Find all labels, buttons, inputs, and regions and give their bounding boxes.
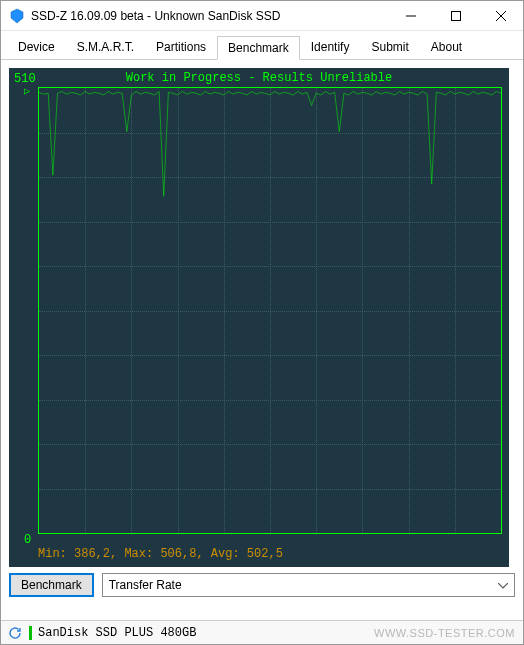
chart-title: Work in Progress - Results Unreliable [10, 69, 508, 87]
tab-bar: Device S.M.A.R.T. Partitions Benchmark I… [1, 31, 523, 59]
metric-select-value: Transfer Rate [109, 578, 182, 592]
benchmark-panel: Work in Progress - Results Unreliable 51… [1, 59, 523, 605]
tab-about[interactable]: About [420, 35, 473, 59]
refresh-icon[interactable] [7, 625, 23, 641]
tab-identify[interactable]: Identify [300, 35, 361, 59]
metric-select[interactable]: Transfer Rate [102, 573, 515, 597]
chevron-down-icon [498, 578, 508, 592]
tab-benchmark[interactable]: Benchmark [217, 36, 300, 60]
status-device-name: SanDisk SSD PLUS 480GB [38, 626, 196, 640]
minimize-button[interactable] [388, 1, 433, 30]
chart-line-svg [39, 88, 501, 533]
titlebar: SSD-Z 16.09.09 beta - Unknown SanDisk SS… [1, 1, 523, 31]
chart-y-top-label: 510 [14, 72, 36, 86]
app-icon [9, 8, 25, 24]
chart-plot-area [38, 87, 502, 534]
svg-rect-0 [451, 11, 460, 20]
window-controls [388, 1, 523, 30]
status-divider [29, 626, 32, 640]
benchmark-controls: Benchmark Transfer Rate [9, 573, 515, 597]
watermark-text: WWW.SSD-TESTER.COM [374, 627, 515, 639]
play-marker-icon: ▷ [24, 85, 30, 97]
tab-partitions[interactable]: Partitions [145, 35, 217, 59]
chart-x-end-label: 0 [24, 533, 31, 547]
close-button[interactable] [478, 1, 523, 30]
tab-smart[interactable]: S.M.A.R.T. [66, 35, 145, 59]
status-bar: SanDisk SSD PLUS 480GB WWW.SSD-TESTER.CO… [1, 620, 523, 644]
benchmark-button[interactable]: Benchmark [9, 573, 94, 597]
chart-stats: Min: 386,2, Max: 506,8, Avg: 502,5 [38, 547, 283, 561]
tab-device[interactable]: Device [7, 35, 66, 59]
benchmark-chart: Work in Progress - Results Unreliable 51… [9, 68, 509, 567]
maximize-button[interactable] [433, 1, 478, 30]
tab-submit[interactable]: Submit [360, 35, 419, 59]
window-title: SSD-Z 16.09.09 beta - Unknown SanDisk SS… [31, 9, 388, 23]
